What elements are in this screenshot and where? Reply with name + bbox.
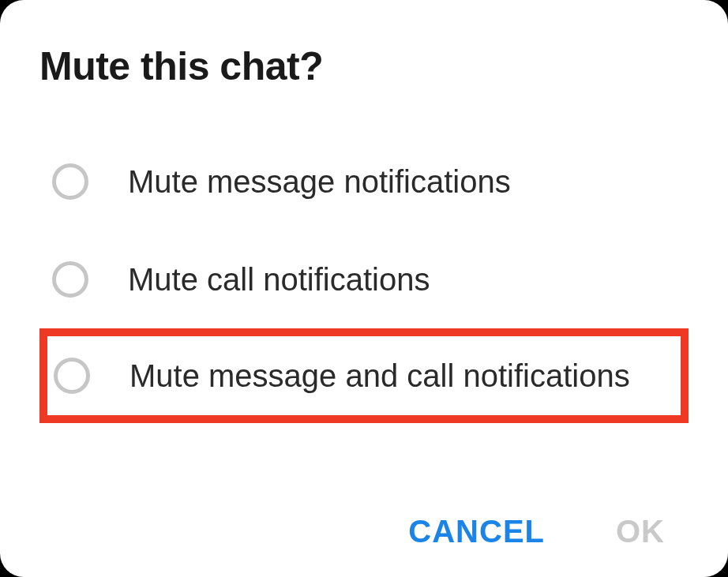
- option-mute-messages-and-calls[interactable]: Mute message and call notifications: [39, 328, 689, 423]
- radio-icon: [54, 358, 90, 394]
- option-mute-messages[interactable]: Mute message notifications: [39, 133, 689, 230]
- option-label: Mute message notifications: [128, 161, 511, 202]
- mute-options-group: Mute message notifications Mute call not…: [39, 133, 689, 482]
- radio-icon: [52, 163, 88, 200]
- mute-chat-dialog: Mute this chat? Mute message notificatio…: [0, 0, 728, 577]
- radio-icon: [52, 261, 88, 298]
- option-label: Mute call notifications: [128, 259, 430, 300]
- dialog-actions: CANCEL OK: [39, 514, 689, 549]
- ok-button[interactable]: OK: [616, 514, 665, 549]
- dialog-title: Mute this chat?: [39, 43, 689, 89]
- option-mute-calls[interactable]: Mute call notifications: [39, 230, 689, 328]
- option-label: Mute message and call notifications: [129, 355, 630, 396]
- cancel-button[interactable]: CANCEL: [408, 514, 545, 549]
